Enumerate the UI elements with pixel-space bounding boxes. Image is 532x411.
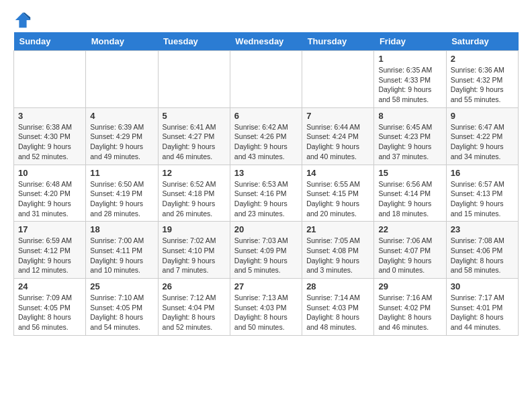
page-container: SundayMondayTuesdayWednesdayThursdayFrid… [0, 0, 532, 342]
day-number: 24 [18, 281, 81, 291]
day-content: Sunrise: 6:50 AM Sunset: 4:19 PM Dayligh… [90, 179, 153, 219]
week-row-4: 24Sunrise: 7:09 AM Sunset: 4:05 PM Dayli… [14, 279, 519, 336]
day-cell: 21Sunrise: 7:05 AM Sunset: 4:08 PM Dayli… [302, 222, 374, 279]
day-number: 30 [451, 281, 514, 291]
header-cell-sunday: Sunday [14, 32, 86, 51]
day-cell: 2Sunrise: 6:36 AM Sunset: 4:32 PM Daylig… [446, 51, 518, 108]
day-cell: 20Sunrise: 7:03 AM Sunset: 4:09 PM Dayli… [230, 222, 302, 279]
day-cell: 19Sunrise: 7:02 AM Sunset: 4:10 PM Dayli… [158, 222, 230, 279]
day-content: Sunrise: 7:14 AM Sunset: 4:03 PM Dayligh… [306, 293, 369, 332]
logo [13, 11, 35, 30]
day-cell [302, 51, 374, 108]
day-cell: 23Sunrise: 7:08 AM Sunset: 4:06 PM Dayli… [446, 222, 518, 279]
day-number: 28 [306, 281, 369, 291]
day-number: 21 [306, 224, 369, 234]
week-row-0: 1Sunrise: 6:35 AM Sunset: 4:33 PM Daylig… [14, 51, 519, 108]
day-cell: 10Sunrise: 6:48 AM Sunset: 4:20 PM Dayli… [14, 165, 86, 222]
day-number: 8 [378, 111, 441, 121]
day-content: Sunrise: 7:13 AM Sunset: 4:03 PM Dayligh… [234, 293, 298, 332]
calendar-header: SundayMondayTuesdayWednesdayThursdayFrid… [14, 32, 519, 51]
day-number: 15 [378, 168, 441, 178]
day-cell: 26Sunrise: 7:12 AM Sunset: 4:04 PM Dayli… [158, 279, 230, 336]
day-cell: 16Sunrise: 6:57 AM Sunset: 4:13 PM Dayli… [446, 165, 518, 222]
day-cell: 22Sunrise: 7:06 AM Sunset: 4:07 PM Dayli… [374, 222, 446, 279]
day-number: 7 [306, 111, 369, 121]
day-number: 29 [378, 281, 441, 291]
header-cell-saturday: Saturday [446, 32, 518, 51]
day-content: Sunrise: 6:39 AM Sunset: 4:29 PM Dayligh… [90, 122, 153, 162]
day-cell: 18Sunrise: 7:00 AM Sunset: 4:11 PM Dayli… [86, 222, 158, 279]
day-content: Sunrise: 6:59 AM Sunset: 4:12 PM Dayligh… [18, 236, 81, 275]
header-cell-thursday: Thursday [302, 32, 374, 51]
day-number: 10 [18, 168, 81, 178]
day-number: 11 [90, 168, 153, 178]
calendar-table: SundayMondayTuesdayWednesdayThursdayFrid… [13, 32, 519, 336]
day-cell: 6Sunrise: 6:42 AM Sunset: 4:26 PM Daylig… [230, 107, 302, 165]
day-content: Sunrise: 6:55 AM Sunset: 4:15 PM Dayligh… [306, 179, 369, 219]
day-number: 18 [90, 224, 153, 234]
day-content: Sunrise: 6:45 AM Sunset: 4:23 PM Dayligh… [378, 122, 441, 162]
header-cell-tuesday: Tuesday [158, 32, 230, 51]
day-number: 25 [90, 281, 153, 291]
week-row-2: 10Sunrise: 6:48 AM Sunset: 4:20 PM Dayli… [14, 165, 519, 222]
svg-marker-0 [15, 13, 30, 28]
day-cell: 30Sunrise: 7:17 AM Sunset: 4:01 PM Dayli… [446, 279, 518, 336]
day-content: Sunrise: 7:02 AM Sunset: 4:10 PM Dayligh… [163, 236, 226, 275]
day-content: Sunrise: 6:42 AM Sunset: 4:26 PM Dayligh… [234, 122, 298, 162]
header [13, 11, 519, 30]
day-number: 2 [451, 54, 514, 64]
day-cell: 13Sunrise: 6:53 AM Sunset: 4:16 PM Dayli… [230, 165, 302, 222]
day-number: 9 [451, 111, 514, 121]
day-cell: 28Sunrise: 7:14 AM Sunset: 4:03 PM Dayli… [302, 279, 374, 336]
day-content: Sunrise: 6:52 AM Sunset: 4:18 PM Dayligh… [163, 179, 226, 219]
day-content: Sunrise: 7:16 AM Sunset: 4:02 PM Dayligh… [378, 293, 441, 332]
day-cell [14, 51, 86, 108]
day-content: Sunrise: 6:44 AM Sunset: 4:24 PM Dayligh… [306, 122, 369, 162]
day-cell: 4Sunrise: 6:39 AM Sunset: 4:29 PM Daylig… [86, 107, 158, 165]
day-cell: 12Sunrise: 6:52 AM Sunset: 4:18 PM Dayli… [158, 165, 230, 222]
day-content: Sunrise: 6:56 AM Sunset: 4:14 PM Dayligh… [378, 179, 441, 219]
day-cell: 1Sunrise: 6:35 AM Sunset: 4:33 PM Daylig… [374, 51, 446, 108]
day-content: Sunrise: 7:09 AM Sunset: 4:05 PM Dayligh… [18, 293, 81, 332]
day-number: 27 [234, 281, 298, 291]
day-cell: 5Sunrise: 6:41 AM Sunset: 4:27 PM Daylig… [158, 107, 230, 165]
day-number: 16 [451, 168, 514, 178]
header-cell-wednesday: Wednesday [230, 32, 302, 51]
day-content: Sunrise: 7:12 AM Sunset: 4:04 PM Dayligh… [163, 293, 226, 332]
day-number: 6 [234, 111, 298, 121]
day-content: Sunrise: 6:47 AM Sunset: 4:22 PM Dayligh… [451, 122, 514, 162]
day-content: Sunrise: 6:41 AM Sunset: 4:27 PM Dayligh… [163, 122, 226, 162]
day-content: Sunrise: 7:03 AM Sunset: 4:09 PM Dayligh… [234, 236, 298, 275]
header-cell-friday: Friday [374, 32, 446, 51]
day-number: 3 [18, 111, 81, 121]
day-number: 5 [163, 111, 226, 121]
day-number: 26 [163, 281, 226, 291]
week-row-1: 3Sunrise: 6:38 AM Sunset: 4:30 PM Daylig… [14, 107, 519, 165]
day-number: 14 [306, 168, 369, 178]
calendar-body: 1Sunrise: 6:35 AM Sunset: 4:33 PM Daylig… [14, 51, 519, 336]
day-cell: 29Sunrise: 7:16 AM Sunset: 4:02 PM Dayli… [374, 279, 446, 336]
day-number: 19 [163, 224, 226, 234]
header-row: SundayMondayTuesdayWednesdayThursdayFrid… [14, 32, 519, 51]
day-content: Sunrise: 6:38 AM Sunset: 4:30 PM Dayligh… [18, 122, 81, 162]
logo-icon [13, 11, 32, 30]
day-number: 23 [451, 224, 514, 234]
day-cell: 9Sunrise: 6:47 AM Sunset: 4:22 PM Daylig… [446, 107, 518, 165]
day-cell: 3Sunrise: 6:38 AM Sunset: 4:30 PM Daylig… [14, 107, 86, 165]
day-cell: 7Sunrise: 6:44 AM Sunset: 4:24 PM Daylig… [302, 107, 374, 165]
day-cell: 27Sunrise: 7:13 AM Sunset: 4:03 PM Dayli… [230, 279, 302, 336]
day-cell [158, 51, 230, 108]
day-cell: 24Sunrise: 7:09 AM Sunset: 4:05 PM Dayli… [14, 279, 86, 336]
day-cell: 17Sunrise: 6:59 AM Sunset: 4:12 PM Dayli… [14, 222, 86, 279]
day-content: Sunrise: 7:00 AM Sunset: 4:11 PM Dayligh… [90, 236, 153, 275]
day-content: Sunrise: 6:36 AM Sunset: 4:32 PM Dayligh… [451, 65, 514, 105]
day-content: Sunrise: 6:57 AM Sunset: 4:13 PM Dayligh… [451, 179, 514, 219]
week-row-3: 17Sunrise: 6:59 AM Sunset: 4:12 PM Dayli… [14, 222, 519, 279]
day-cell [86, 51, 158, 108]
day-number: 22 [378, 224, 441, 234]
day-content: Sunrise: 6:35 AM Sunset: 4:33 PM Dayligh… [378, 65, 441, 105]
header-cell-monday: Monday [86, 32, 158, 51]
day-content: Sunrise: 7:17 AM Sunset: 4:01 PM Dayligh… [451, 293, 514, 332]
day-cell: 25Sunrise: 7:10 AM Sunset: 4:05 PM Dayli… [86, 279, 158, 336]
day-cell: 15Sunrise: 6:56 AM Sunset: 4:14 PM Dayli… [374, 165, 446, 222]
